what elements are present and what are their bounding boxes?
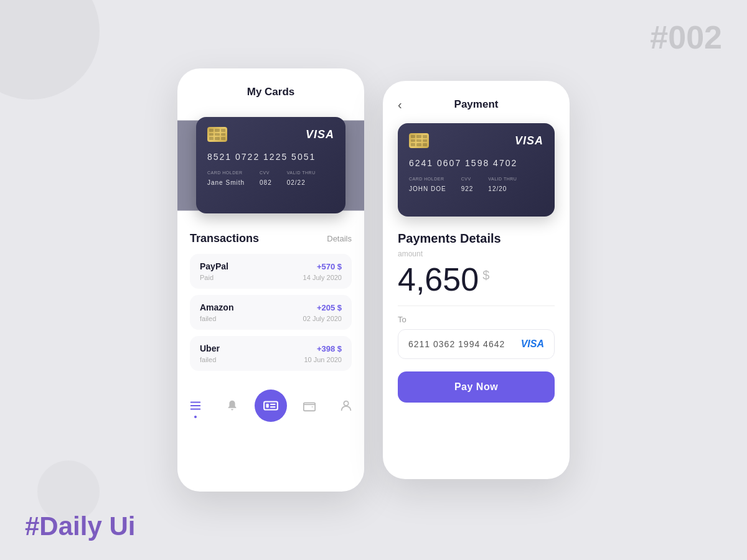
back-button[interactable]: ‹ xyxy=(398,98,402,112)
transaction-name-amazon: Amazon xyxy=(200,302,233,312)
phones-container: My Cards VISA 8521 0722 1225 5051 xyxy=(177,68,570,492)
cvv-field: CVV 082 xyxy=(260,170,272,187)
visa-logo: VISA xyxy=(306,128,334,141)
card-holder-value: Jane Smith xyxy=(207,179,245,186)
transactions-section: Transactions Details PayPal +570 $ Paid … xyxy=(190,232,352,371)
payment-cvv-value: 922 xyxy=(461,185,474,192)
payment-title: Payment xyxy=(454,98,499,111)
svg-rect-5 xyxy=(270,404,276,405)
amount-currency: $ xyxy=(482,268,489,282)
valid-thru-label: VALID THRU xyxy=(287,170,316,175)
payment-card-number: 6241 0607 1598 4702 xyxy=(409,158,543,168)
list-icon xyxy=(189,399,202,413)
transaction-name-uber: Uber xyxy=(200,343,220,353)
payment-card-holder-value: JOHN DOE xyxy=(409,185,446,192)
svg-rect-6 xyxy=(270,406,276,408)
transaction-amount-uber: +398 $ xyxy=(317,344,342,353)
card-holder-label: CARD HOLDER xyxy=(207,170,245,175)
bell-icon xyxy=(225,399,239,413)
my-cards-header: My Cards xyxy=(190,86,352,98)
payments-details-title: Payments Details xyxy=(398,231,555,246)
payment-cvv-label: CVV xyxy=(461,177,474,181)
transaction-date-paypal: 14 July 2020 xyxy=(303,274,342,281)
transaction-name-paypal: PayPal xyxy=(200,261,228,271)
card-number: 8521 0722 1225 5051 xyxy=(207,152,334,162)
nav-dot xyxy=(194,416,197,418)
transaction-amount-amazon: +205 $ xyxy=(317,303,342,312)
nav-item-notifications[interactable] xyxy=(218,392,246,419)
chip-icon xyxy=(207,127,227,142)
recipient-card[interactable]: 6211 0362 1994 4642 VISA xyxy=(398,329,555,359)
payment-cvv-field: CVV 922 xyxy=(461,177,474,194)
svg-rect-2 xyxy=(190,409,201,410)
amount-number: 4,650 xyxy=(398,263,479,296)
recipient-number: 6211 0362 1994 4642 xyxy=(408,339,505,349)
my-cards-phone: My Cards VISA 8521 0722 1225 5051 xyxy=(177,68,364,492)
svg-rect-4 xyxy=(266,404,268,408)
amount-divider xyxy=(398,306,555,306)
transaction-date-amazon: 02 July 2020 xyxy=(303,315,342,322)
payment-valid-thru-label: VALID THRU xyxy=(488,177,517,181)
svg-rect-1 xyxy=(190,405,201,406)
challenge-number: #002 xyxy=(650,19,722,56)
wallet-icon xyxy=(303,399,316,413)
recipient-visa-logo: VISA xyxy=(521,338,544,350)
payment-valid-thru-field: VALID THRU 12/20 xyxy=(488,177,517,194)
transaction-amount-paypal: +570 $ xyxy=(317,262,342,271)
transactions-header: Transactions Details xyxy=(190,232,352,245)
svg-rect-3 xyxy=(264,402,278,410)
cvv-label: CVV xyxy=(260,170,272,175)
transaction-amazon[interactable]: Amazon +205 $ failed 02 July 2020 xyxy=(190,295,352,330)
nav-item-profile[interactable] xyxy=(332,392,360,419)
nav-item-scan[interactable] xyxy=(255,390,287,422)
valid-thru-value: 02/22 xyxy=(287,179,306,186)
card-holder-field: CARD HOLDER Jane Smith xyxy=(207,170,245,187)
transactions-title: Transactions xyxy=(190,232,259,245)
payment-valid-thru-value: 12/20 xyxy=(488,185,507,192)
bottom-nav xyxy=(177,380,364,434)
amount-display: 4,650 $ xyxy=(398,263,555,296)
payment-chip-icon xyxy=(409,133,429,148)
payment-visa-logo: VISA xyxy=(515,134,543,147)
payment-card[interactable]: VISA 6241 0607 1598 4702 CARD HOLDER JOH… xyxy=(398,123,555,217)
transaction-status-paypal: Paid xyxy=(200,274,214,281)
transaction-status-uber: failed xyxy=(200,356,216,363)
person-icon xyxy=(339,399,353,413)
bg-decoration-circle-tl xyxy=(0,0,100,100)
nav-item-transactions[interactable] xyxy=(182,392,209,419)
details-link[interactable]: Details xyxy=(327,234,352,243)
transaction-paypal[interactable]: PayPal +570 $ Paid 14 July 2020 xyxy=(190,254,352,289)
valid-thru-field: VALID THRU 02/22 xyxy=(287,170,316,187)
svg-point-8 xyxy=(344,401,348,406)
card-slider[interactable]: VISA 8521 0722 1225 5051 CARD HOLDER Jan… xyxy=(177,111,364,220)
nav-item-wallet[interactable] xyxy=(296,392,323,419)
payment-card-holder-field: CARD HOLDER JOHN DOE xyxy=(409,177,446,194)
svg-rect-0 xyxy=(190,402,201,403)
payment-header: ‹ Payment xyxy=(398,98,555,111)
scan-icon xyxy=(263,398,279,414)
pay-now-button[interactable]: Pay Now xyxy=(398,371,555,403)
transaction-date-uber: 10 Jun 2020 xyxy=(304,356,342,363)
payment-phone: ‹ Payment VISA 6241 0607 1598 4702 CAR xyxy=(383,81,570,479)
to-label: To xyxy=(398,315,555,324)
transaction-status-amazon: failed xyxy=(200,315,216,322)
amount-label: amount xyxy=(398,250,555,258)
credit-card-main[interactable]: VISA 8521 0722 1225 5051 CARD HOLDER Jan… xyxy=(196,117,345,213)
payment-card-holder-label: CARD HOLDER xyxy=(409,177,446,181)
daily-ui-label: #Daily Ui xyxy=(25,511,135,541)
transaction-uber[interactable]: Uber +398 $ failed 10 Jun 2020 xyxy=(190,336,352,371)
cvv-value: 082 xyxy=(260,179,272,186)
